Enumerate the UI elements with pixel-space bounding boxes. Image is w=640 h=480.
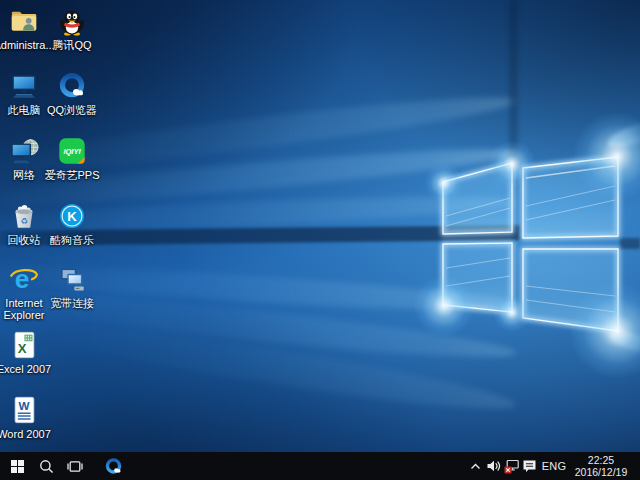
chevron-up-icon <box>470 462 481 471</box>
language-indicator[interactable]: ENG <box>539 460 569 472</box>
lens-flare <box>492 293 532 333</box>
user-folder-icon <box>9 6 39 36</box>
dark-ray <box>509 0 518 166</box>
desktop-icon-label: QQ浏览器 <box>47 104 97 116</box>
action-center-icon <box>522 459 537 473</box>
volume-icon <box>486 459 501 473</box>
svg-text:iQIYI: iQIYI <box>63 147 81 156</box>
taskbar-clock[interactable]: 22:25 2016/12/19 <box>570 454 632 478</box>
desktop-icon-label: 宽带连接 <box>50 297 94 309</box>
svg-text:K: K <box>67 209 77 224</box>
taskbar-qq-browser-button[interactable] <box>98 452 128 480</box>
desktop-icon-excel-2007[interactable]: X Excel 2007 <box>0 330 54 375</box>
desktop-icon-qq-browser[interactable]: QQ浏览器 <box>42 71 102 116</box>
desktop-icon-kugou-music[interactable]: K 酷狗音乐 <box>42 201 102 246</box>
desktop-icon-label: 网络 <box>13 169 35 181</box>
taskbar: ENG 22:25 2016/12/19 <box>0 452 640 480</box>
desktop-icon-label: 爱奇艺PPS <box>44 169 99 181</box>
clock-date: 2016/12/19 <box>570 466 632 478</box>
tray-network-disconnected[interactable] <box>503 452 520 480</box>
qq-penguin-icon <box>57 6 87 36</box>
lens-flare <box>424 163 464 203</box>
lens-flare <box>571 110 640 202</box>
lens-flare <box>487 139 537 189</box>
svg-text:e: e <box>15 264 30 294</box>
windows-desktop: Administra... 此电脑 <box>0 0 640 480</box>
excel-icon: X <box>9 330 39 360</box>
tray-action-center[interactable] <box>521 452 538 480</box>
desktop-icon-label: 酷狗音乐 <box>50 234 94 246</box>
internet-explorer-icon: e <box>9 264 39 294</box>
word-icon: W <box>9 395 39 425</box>
lens-flare <box>567 281 640 381</box>
system-tray: ENG 22:25 2016/12/19 <box>467 452 640 480</box>
tray-volume[interactable] <box>485 452 502 480</box>
desktop-icon-label: 此电脑 <box>8 104 41 116</box>
clock-time: 22:25 <box>570 454 632 466</box>
windows-start-icon <box>11 460 24 473</box>
this-pc-icon <box>9 71 39 101</box>
qq-browser-icon <box>57 71 87 101</box>
desktop-icon-iqiyi-pps[interactable]: iQIYI 爱奇艺PPS <box>42 136 102 181</box>
network-icon <box>9 136 39 166</box>
desktop-icon-label: Excel 2007 <box>0 363 51 375</box>
recycle-bin-icon: ♻ <box>9 201 39 231</box>
desktop-icon-label: 回收站 <box>8 234 41 246</box>
light-beam <box>605 117 640 153</box>
desktop-icon-label: 腾讯QQ <box>52 39 91 51</box>
task-view-icon <box>67 460 83 473</box>
desktop-icon-word-2007[interactable]: W Word 2007 <box>0 395 54 440</box>
dark-ray <box>620 238 640 249</box>
iqiyi-icon: iQIYI <box>57 136 87 166</box>
task-view-button[interactable] <box>62 452 88 480</box>
taskbar-left-buttons <box>0 452 128 480</box>
light-beam <box>607 327 640 357</box>
svg-text:X: X <box>18 341 27 356</box>
search-icon <box>39 459 54 474</box>
desktop-icon-label: Word 2007 <box>0 428 51 440</box>
search-button[interactable] <box>33 452 59 480</box>
desktop-icon-tencent-qq[interactable]: 腾讯QQ <box>42 6 102 51</box>
tray-show-hidden-icons[interactable] <box>467 452 484 480</box>
qq-browser-icon <box>104 457 123 476</box>
start-button[interactable] <box>4 452 30 480</box>
light-beam <box>19 310 518 422</box>
desktop-icon-broadband-connection[interactable]: 宽带连接 <box>42 264 102 309</box>
kugou-icon: K <box>57 201 87 231</box>
broadband-icon <box>57 264 87 294</box>
svg-text:W: W <box>18 399 30 412</box>
lens-flare <box>412 274 476 338</box>
svg-text:♻: ♻ <box>20 216 28 226</box>
network-disconnected-icon <box>504 459 520 474</box>
